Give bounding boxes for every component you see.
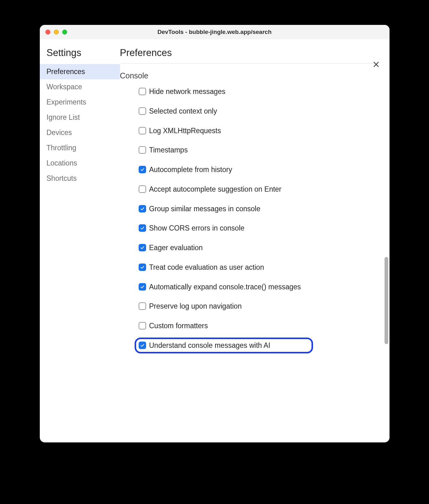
- checkbox[interactable]: [139, 146, 146, 154]
- sidebar-item-experiments[interactable]: Experiments: [40, 95, 120, 110]
- option-label: Accept autocomplete suggestion on Enter: [149, 185, 282, 194]
- sidebar-item-preferences[interactable]: Preferences: [40, 64, 120, 79]
- titlebar: DevTools - bubble-jingle.web.app/search: [40, 25, 390, 39]
- check-icon: [140, 284, 145, 289]
- checkbox[interactable]: [139, 322, 146, 329]
- option-row[interactable]: Eager evaluation: [137, 242, 311, 254]
- checkbox[interactable]: [139, 302, 146, 310]
- option-row[interactable]: Automatically expand console.trace() mes…: [137, 281, 311, 293]
- checkbox[interactable]: [139, 283, 146, 291]
- sidebar-item-devices[interactable]: Devices: [40, 125, 120, 140]
- window-title: DevTools - bubble-jingle.web.app/search: [45, 29, 385, 35]
- sidebar-item-locations[interactable]: Locations: [40, 156, 120, 171]
- option-label: Timestamps: [149, 146, 188, 155]
- option-row[interactable]: Treat code evaluation as user action: [137, 262, 311, 273]
- checkbox[interactable]: [139, 185, 146, 193]
- option-row[interactable]: Understand console messages with AI: [137, 340, 311, 351]
- option-row[interactable]: Group similar messages in console: [137, 203, 311, 215]
- option-label: Custom formatters: [149, 321, 208, 330]
- scrollbar-thumb[interactable]: [385, 257, 388, 344]
- section-title: Console: [120, 71, 377, 80]
- sidebar-item-ignore-list[interactable]: Ignore List: [40, 110, 120, 125]
- checkbox[interactable]: [139, 107, 146, 115]
- close-icon: [372, 60, 380, 68]
- sidebar-title: Settings: [40, 47, 120, 64]
- settings-main: Preferences Console Hide network message…: [120, 39, 390, 442]
- checkbox[interactable]: [139, 166, 146, 173]
- option-label: Automatically expand console.trace() mes…: [149, 282, 301, 292]
- option-row[interactable]: Accept autocomplete suggestion on Enter: [137, 184, 311, 195]
- checkbox[interactable]: [139, 88, 146, 95]
- devtools-window: DevTools - bubble-jingle.web.app/search …: [40, 25, 390, 442]
- checkbox[interactable]: [139, 264, 146, 271]
- sidebar-item-shortcuts[interactable]: Shortcuts: [40, 171, 120, 186]
- scrollbar-track[interactable]: [384, 58, 389, 439]
- option-label: Understand console messages with AI: [149, 341, 270, 350]
- window-controls: [45, 30, 67, 35]
- settings-sidebar: Settings PreferencesWorkspaceExperiments…: [40, 39, 120, 442]
- option-row[interactable]: Show CORS errors in console: [137, 222, 311, 234]
- option-row[interactable]: Preserve log upon navigation: [137, 301, 311, 312]
- option-label: Show CORS errors in console: [149, 224, 245, 233]
- check-icon: [140, 343, 145, 348]
- page-title: Preferences: [120, 47, 375, 64]
- checkbox[interactable]: [139, 205, 146, 212]
- option-label: Hide network messages: [149, 87, 225, 96]
- close-settings-button[interactable]: [372, 60, 380, 70]
- checkbox[interactable]: [139, 244, 146, 251]
- option-label: Preserve log upon navigation: [149, 302, 242, 311]
- window-zoom-button[interactable]: [62, 30, 67, 35]
- options-list: Hide network messagesSelected context on…: [120, 86, 377, 351]
- window-minimize-button[interactable]: [54, 30, 59, 35]
- option-row[interactable]: Log XMLHttpRequests: [137, 125, 311, 137]
- settings-content: Settings PreferencesWorkspaceExperiments…: [40, 39, 390, 442]
- check-icon: [140, 265, 145, 270]
- option-label: Autocomplete from history: [149, 165, 232, 174]
- option-row[interactable]: Hide network messages: [137, 86, 311, 97]
- option-label: Log XMLHttpRequests: [149, 126, 221, 135]
- option-row[interactable]: Custom formatters: [137, 320, 311, 332]
- checkbox[interactable]: [139, 127, 146, 134]
- check-icon: [140, 245, 145, 250]
- check-icon: [140, 167, 145, 172]
- option-label: Group similar messages in console: [149, 204, 261, 213]
- option-row[interactable]: Autocomplete from history: [137, 164, 311, 175]
- option-label: Selected context only: [149, 107, 217, 116]
- checkbox[interactable]: [139, 342, 146, 349]
- check-icon: [140, 226, 145, 231]
- sidebar-item-workspace[interactable]: Workspace: [40, 79, 120, 95]
- checkbox[interactable]: [139, 224, 146, 232]
- sidebar-item-throttling[interactable]: Throttling: [40, 140, 120, 156]
- window-close-button[interactable]: [45, 30, 50, 35]
- option-row[interactable]: Timestamps: [137, 144, 311, 156]
- option-label: Treat code evaluation as user action: [149, 263, 264, 272]
- option-label: Eager evaluation: [149, 243, 203, 252]
- option-row[interactable]: Selected context only: [137, 105, 311, 117]
- check-icon: [140, 206, 145, 211]
